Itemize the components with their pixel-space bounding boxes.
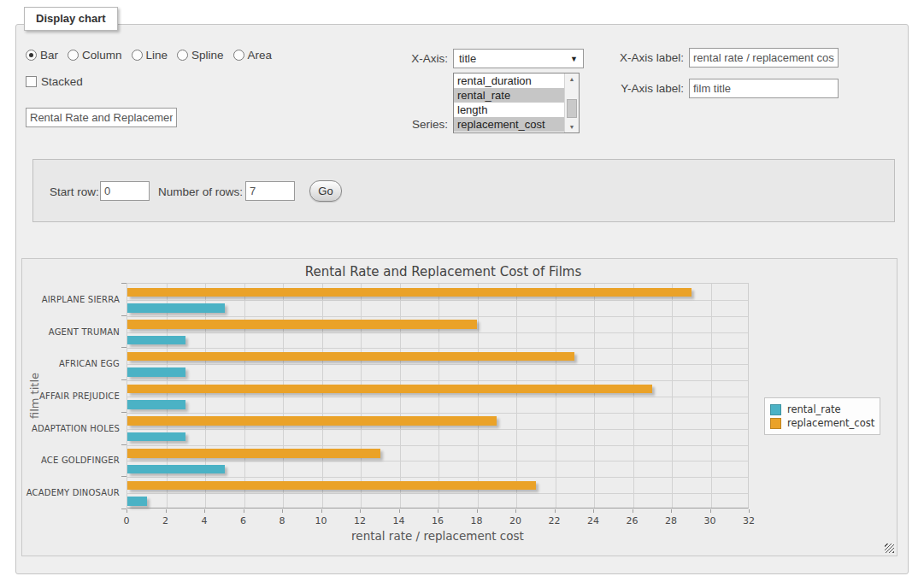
chart-title-input[interactable] bbox=[26, 108, 177, 127]
x-tick-label: 28 bbox=[654, 515, 688, 526]
radio-label: Bar bbox=[40, 49, 58, 62]
radio-spline[interactable]: Spline bbox=[177, 49, 224, 62]
radio-column[interactable]: Column bbox=[68, 49, 122, 62]
legend-swatch-rental_rate bbox=[770, 404, 781, 415]
chart-type-radio-group: BarColumnLineSplineArea bbox=[26, 48, 281, 62]
gridline-v bbox=[438, 284, 439, 508]
x-tick-label: 0 bbox=[109, 515, 144, 526]
bar-rental_rate bbox=[127, 400, 185, 409]
x-tick-mark bbox=[282, 509, 283, 513]
chart-title: Rental Rate and Replacement Cost of Film… bbox=[22, 264, 864, 279]
radio-bar[interactable]: Bar bbox=[26, 49, 58, 62]
series-option-length[interactable]: length bbox=[454, 103, 564, 117]
bar-rental_rate bbox=[127, 497, 147, 506]
gridline-h bbox=[127, 397, 748, 397]
x-tick-mark bbox=[438, 509, 438, 513]
bar-rental_rate bbox=[127, 336, 185, 345]
x-tick-mark bbox=[593, 509, 594, 513]
x-tick-label: 32 bbox=[732, 515, 766, 526]
x-axis-label-input[interactable] bbox=[689, 48, 839, 68]
series-select-label: Series: bbox=[376, 118, 448, 131]
bar-replacement_cost bbox=[127, 288, 692, 297]
gridline-h bbox=[127, 461, 748, 461]
radio-label: Column bbox=[82, 49, 122, 62]
series-option-rental_rate[interactable]: rental_rate bbox=[454, 88, 564, 103]
gridline-v bbox=[556, 284, 556, 508]
radio-area[interactable]: Area bbox=[233, 49, 273, 62]
gridline-h bbox=[127, 364, 748, 365]
radio-label: Line bbox=[146, 49, 168, 62]
radio-label: Area bbox=[248, 49, 273, 62]
x-tick-label: 4 bbox=[187, 515, 221, 526]
bar-rental_rate bbox=[127, 303, 225, 313]
x-tick-mark bbox=[710, 509, 711, 513]
radio-label: Spline bbox=[191, 49, 224, 62]
x-tick-mark bbox=[321, 509, 322, 513]
gridline-v bbox=[633, 284, 634, 508]
legend-label: replacement_cost bbox=[787, 417, 874, 429]
series-option-rental_duration[interactable]: rental_duration bbox=[454, 73, 564, 88]
category-label: AGENT TRUMAN bbox=[22, 326, 120, 336]
gridline-h bbox=[127, 413, 748, 414]
bar-replacement_cost bbox=[127, 385, 652, 394]
x-axis-select[interactable]: title ▼ bbox=[453, 49, 584, 68]
x-tick-label: 12 bbox=[343, 515, 377, 526]
gridline-h bbox=[127, 316, 748, 317]
x-tick-label: 6 bbox=[227, 515, 261, 526]
gridline-v bbox=[711, 284, 712, 508]
gridline-v bbox=[478, 284, 479, 508]
y-tick-mark bbox=[121, 412, 127, 413]
num-rows-label: Number of rows: bbox=[158, 185, 243, 198]
gridline-v bbox=[594, 284, 595, 508]
y-tick-mark bbox=[121, 315, 127, 316]
gridline-v bbox=[672, 284, 673, 508]
x-tick-mark bbox=[633, 509, 633, 513]
start-row-input[interactable] bbox=[100, 181, 150, 201]
y-tick-mark bbox=[121, 379, 127, 380]
x-tick-label: 20 bbox=[498, 515, 533, 526]
radio-line[interactable]: Line bbox=[132, 49, 168, 62]
stacked-label: Stacked bbox=[41, 75, 83, 88]
checkbox-icon[interactable] bbox=[26, 76, 37, 87]
category-label: AFFAIR PREJUDICE bbox=[22, 391, 120, 401]
scroll-thumb[interactable] bbox=[567, 99, 577, 118]
bar-replacement_cost bbox=[127, 416, 497, 426]
bar-rental_rate bbox=[127, 367, 185, 377]
x-tick-mark bbox=[555, 509, 556, 513]
bar-replacement_cost bbox=[127, 481, 536, 491]
x-tick-label: 10 bbox=[304, 515, 338, 526]
x-tick-mark bbox=[166, 509, 167, 513]
gridline-v bbox=[205, 284, 206, 508]
series-option-replacement_cost[interactable]: replacement_cost bbox=[454, 117, 564, 132]
resize-handle-icon[interactable] bbox=[885, 544, 894, 553]
category-label: ACE GOLDFINGER bbox=[22, 456, 120, 465]
category-label: AFRICAN EGG bbox=[22, 359, 120, 368]
y-axis-label-input[interactable] bbox=[689, 79, 839, 98]
radio-icon[interactable] bbox=[68, 50, 79, 61]
radio-icon[interactable] bbox=[26, 50, 37, 61]
series-multiselect[interactable]: rental_durationrental_ratelengthreplacem… bbox=[453, 73, 580, 133]
radio-icon[interactable] bbox=[233, 50, 244, 61]
gridline-v bbox=[283, 284, 284, 508]
y-tick-mark bbox=[121, 444, 127, 445]
go-button[interactable]: Go bbox=[309, 180, 342, 202]
stacked-checkbox[interactable]: Stacked bbox=[26, 75, 83, 88]
radio-icon[interactable] bbox=[132, 50, 143, 61]
scroll-up-icon[interactable]: ▲ bbox=[565, 76, 579, 82]
gridline-v bbox=[516, 284, 517, 508]
x-tick-label: 22 bbox=[538, 515, 572, 526]
scroll-down-icon[interactable]: ▼ bbox=[565, 124, 579, 130]
x-tick-label: 30 bbox=[693, 515, 727, 526]
series-scrollbar[interactable]: ▲ ▼ bbox=[564, 73, 579, 132]
legend-label: rental_rate bbox=[787, 403, 841, 415]
x-tick-label: 2 bbox=[149, 515, 183, 526]
gridline-v bbox=[244, 284, 245, 508]
bar-replacement_cost bbox=[127, 320, 477, 329]
y-tick-mark bbox=[121, 283, 127, 284]
x-axis-selected-value: title bbox=[459, 52, 476, 65]
x-tick-mark bbox=[749, 509, 750, 513]
legend-item: replacement_cost bbox=[770, 417, 874, 429]
num-rows-input[interactable] bbox=[245, 181, 295, 201]
radio-icon[interactable] bbox=[177, 50, 188, 61]
page: Display chart BarColumnLineSplineArea St… bbox=[0, 0, 924, 582]
